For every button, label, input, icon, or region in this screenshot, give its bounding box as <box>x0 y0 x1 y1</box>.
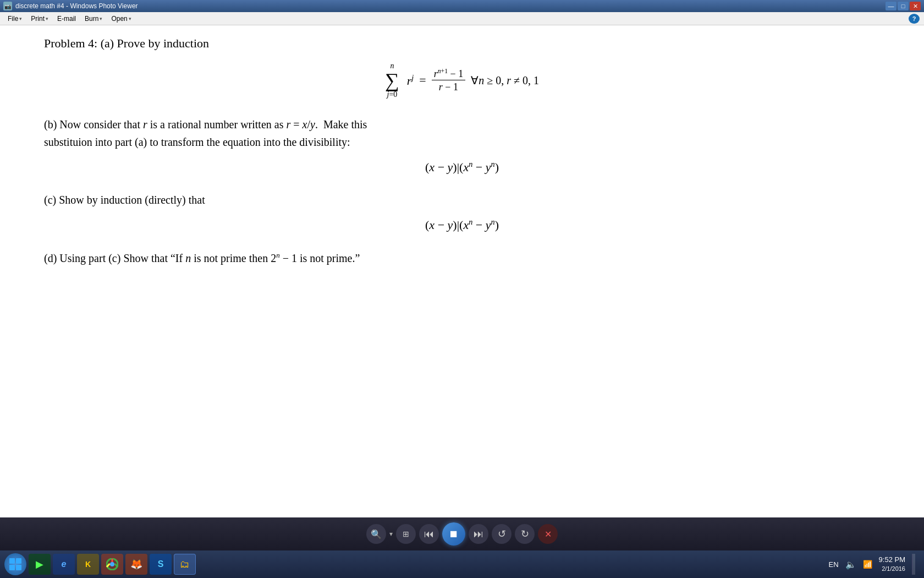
taskbar-klite[interactable]: K <box>77 554 99 575</box>
fraction-block: rn+1 − 1 r − 1 <box>432 68 465 93</box>
part-b-formula: (x − y)|(xn − yn) <box>44 160 880 175</box>
help-button[interactable]: ? <box>909 14 920 24</box>
start-icon <box>9 558 21 570</box>
close-button[interactable]: ✕ <box>910 2 921 10</box>
viewer-bottom-area: 🔍 ▾ ⊞ ⏮ ⏹ ⏭ ↺ ↻ ✕ <box>0 517 924 550</box>
sigma-lower: j=0 <box>387 90 398 99</box>
menu-bar: File ▾ Print ▾ E-mail Burn ▾ Open ▾ ? <box>0 12 924 25</box>
problem-title: Problem 4: (a) Prove by induction <box>44 36 880 51</box>
contact-sheet-button[interactable]: ⊞ <box>396 524 416 544</box>
equals-sign: = <box>419 73 426 88</box>
delete-button[interactable]: ✕ <box>538 524 558 544</box>
window-controls: — □ ✕ <box>886 2 921 10</box>
part-c-section: (c) Show by induction (directly) that (x… <box>44 191 880 232</box>
part-d-text: (d) Using part (c) Show that “If n is no… <box>44 249 880 267</box>
menu-print[interactable]: Print ▾ <box>28 14 52 24</box>
taskbar-explorer[interactable]: 🗂 <box>174 554 196 575</box>
menu-burn-arrow: ▾ <box>100 16 102 21</box>
show-desktop-button[interactable] <box>912 554 915 575</box>
sigma-symbol: n ∑ j=0 <box>385 62 399 99</box>
part-b-text: (b) Now consider that r is a rational nu… <box>44 116 880 151</box>
menu-file-arrow: ▾ <box>19 16 22 21</box>
condition: ∀n ≥ 0, r ≠ 0, 1 <box>471 74 539 87</box>
maximize-button[interactable]: □ <box>898 2 909 10</box>
part-c-text: (c) Show by induction (directly) that <box>44 191 880 209</box>
system-clock: 9:52 PM 2/1/2016 <box>879 555 905 574</box>
menu-burn[interactable]: Burn ▾ <box>81 14 106 24</box>
title-text: discrete math #4 - Windows Photo Viewer <box>15 2 138 10</box>
app-icon: 📷 <box>3 2 12 10</box>
start-button[interactable] <box>4 553 26 575</box>
taskbar-chrome[interactable] <box>101 554 123 575</box>
prev-button[interactable]: ⏮ <box>419 524 439 544</box>
content-area: Problem 4: (a) Prove by induction n ∑ j=… <box>0 25 924 517</box>
frac-numerator: rn+1 − 1 <box>432 68 465 80</box>
slideshow-button[interactable]: ⏹ <box>442 522 465 546</box>
menu-file[interactable]: File ▾ <box>4 14 25 24</box>
system-tray: EN 🔈 📶 9:52 PM 2/1/2016 <box>829 554 920 575</box>
rotate-ccw-button[interactable]: ↺ <box>492 524 512 544</box>
frac-denominator: r − 1 <box>437 81 460 93</box>
next-button[interactable]: ⏭ <box>469 524 488 544</box>
taskbar-skype[interactable]: S <box>150 554 172 575</box>
chrome-icon <box>106 558 118 570</box>
divider-1: ▾ <box>389 530 393 538</box>
clock-date: 2/1/2016 <box>879 565 905 573</box>
part-c-formula: (x − y)|(xn − yn) <box>44 217 880 232</box>
menu-email[interactable]: E-mail <box>54 14 79 24</box>
rotate-cw-button[interactable]: ↻ <box>515 524 535 544</box>
summand: rj <box>407 73 414 88</box>
taskbar-media-player[interactable]: ▶ <box>29 554 51 575</box>
formula-part-a: n ∑ j=0 rj = rn+1 − 1 r − 1 ∀n ≥ 0, r ≠ … <box>44 62 880 99</box>
minimize-button[interactable]: — <box>886 2 897 10</box>
menu-open[interactable]: Open ▾ <box>108 14 134 24</box>
taskbar-internet-explorer[interactable]: e <box>53 554 75 575</box>
search-button[interactable]: 🔍 <box>366 524 386 544</box>
menu-open-arrow: ▾ <box>129 16 131 21</box>
part-b-section: (b) Now consider that r is a rational nu… <box>44 116 880 175</box>
sigma-char: ∑ <box>385 70 399 90</box>
tray-lang: EN <box>829 560 839 569</box>
part-d-section: (d) Using part (c) Show that “If n is no… <box>44 249 880 267</box>
tray-network: 📶 <box>863 560 872 569</box>
taskbar: ▶ e K 🦊 S 🗂 EN 🔈 📶 9:52 PM 2/1/2016 <box>0 550 924 578</box>
svg-point-1 <box>110 562 114 566</box>
menu-print-arrow: ▾ <box>46 16 48 21</box>
clock-time: 9:52 PM <box>879 555 905 565</box>
tray-volume: 🔈 <box>845 559 856 570</box>
taskbar-firefox[interactable]: 🦊 <box>125 554 147 575</box>
title-bar: 📷 discrete math #4 - Windows Photo Viewe… <box>0 0 924 12</box>
viewer-controls: 🔍 ▾ ⊞ ⏮ ⏹ ⏭ ↺ ↻ ✕ <box>366 522 558 546</box>
